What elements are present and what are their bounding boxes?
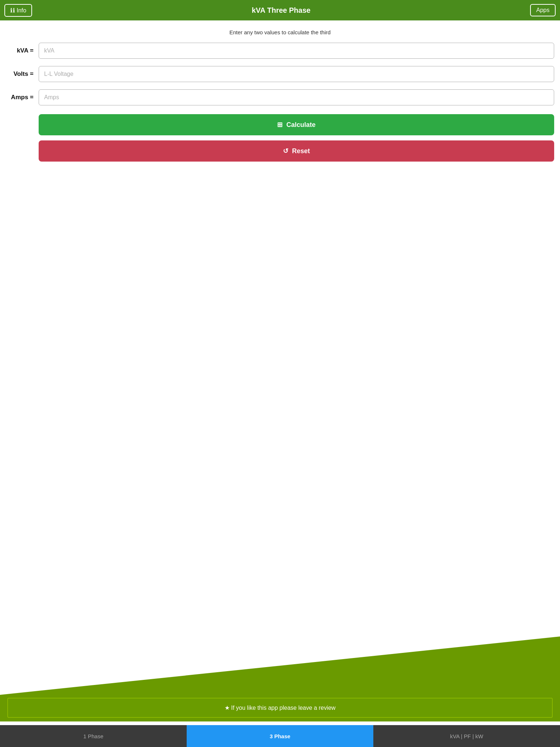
buttons-container: ⊞ Calculate ↺ Reset [39,114,554,162]
kva-row: kVA = [6,43,554,59]
tab-kva-pf-kw-label: kVA | PF | kW [450,733,483,739]
calculator-icon: ⊞ [277,121,283,129]
review-bar[interactable]: ★ If you like this app please leave a re… [7,698,553,718]
tab-3phase-label: 3 Phase [270,733,291,739]
tab-kva-pf-kw[interactable]: kVA | PF | kW [373,725,560,747]
info-button[interactable]: ℹ ℹ Info [4,4,32,17]
volts-row: Volts = [6,66,554,82]
tab-bar: 1 Phase 3 Phase kVA | PF | kW [0,725,560,747]
info-icon: ℹ [10,7,12,14]
info-label: ℹ Info [13,7,26,14]
svg-marker-0 [0,636,560,695]
bottom-decoration [0,629,560,695]
kva-input[interactable] [39,43,554,59]
reset-icon: ↺ [283,147,288,155]
footer-area: ★ If you like this app please leave a re… [0,695,560,721]
volts-label: Volts = [6,70,39,78]
app-header: ℹ ℹ Info kVA Three Phase Apps [0,0,560,20]
amps-row: Amps = [6,89,554,105]
apps-button[interactable]: Apps [530,4,556,16]
amps-label: Amps = [6,94,39,101]
apps-label: Apps [536,7,549,13]
reset-button[interactable]: ↺ Reset [39,140,554,162]
tab-1phase-label: 1 Phase [83,733,103,739]
calculate-label: Calculate [286,121,315,129]
tab-3phase[interactable]: 3 Phase [187,725,373,747]
reset-label: Reset [292,147,310,155]
review-text: ★ If you like this app please leave a re… [225,705,336,711]
calculate-button[interactable]: ⊞ Calculate [39,114,554,135]
amps-input[interactable] [39,89,554,105]
page-title: kVA Three Phase [32,6,530,15]
kva-label: kVA = [6,47,39,54]
main-content: Enter any two values to calculate the th… [0,20,560,629]
volts-input[interactable] [39,66,554,82]
subtitle-text: Enter any two values to calculate the th… [6,29,554,35]
tab-1phase[interactable]: 1 Phase [0,725,187,747]
